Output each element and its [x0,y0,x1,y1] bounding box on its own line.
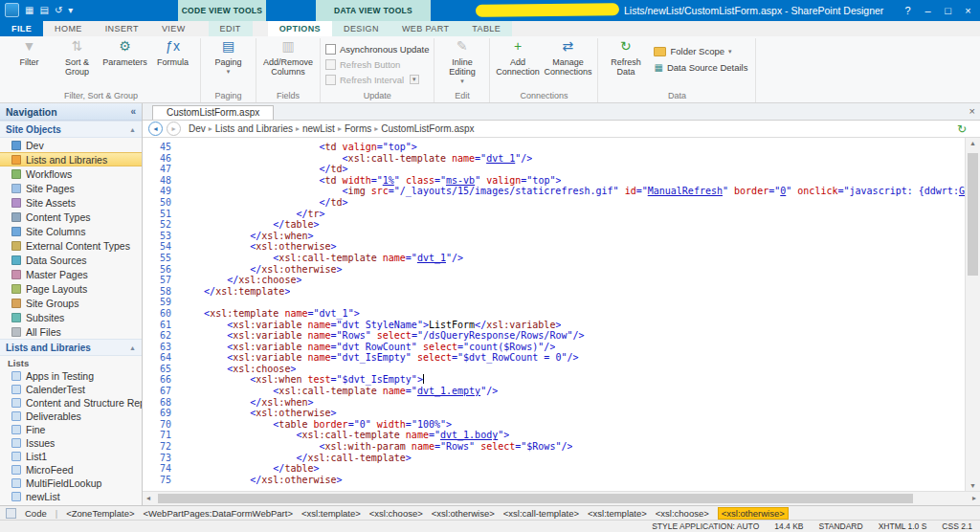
code-line[interactable]: 51 </tr> [143,209,965,220]
refresh-data-button[interactable]: ↻ Refresh Data [603,39,648,77]
back-button[interactable]: ◂ [148,122,163,136]
code-line[interactable]: 54 <xsl:otherwise> [143,241,965,253]
undo-icon[interactable]: ↺ [55,4,62,17]
vertical-scrollbar[interactable]: ▲ ▼ [965,138,980,491]
tab-table[interactable]: TABLE [460,21,512,36]
code-line[interactable]: 56 </xsl:otherwise> [143,264,965,276]
list-item-microfeed[interactable]: MicroFeed [0,463,142,477]
code-line[interactable]: 71 <xsl:call-template name="dvt_1.body"> [143,430,965,441]
sidebar-item-data-sources[interactable]: Data Sources [0,253,142,267]
parameters-button[interactable]: ⚙ Parameters [102,39,147,67]
code-line[interactable]: 63 <xsl:variable name="dvt_RowCount" sel… [143,342,965,353]
sidebar-item-site-columns[interactable]: Site Columns [0,224,142,238]
list-item-apps-in-testing[interactable]: Apps in Testing [0,369,142,383]
sidebar-item-page-layouts[interactable]: Page Layouts [0,281,142,296]
folder-scope-button[interactable]: Folder Scope ▾ [651,44,734,58]
code-line[interactable]: 50 </td> [143,197,965,209]
code-line[interactable]: 61 <xsl:variable name="dvt_StyleName">Li… [143,320,965,331]
breadcrumb-item[interactable]: Lists and Libraries [215,123,293,134]
navigation-pane-header[interactable]: Navigation « [0,103,142,121]
code-editor[interactable]: 45 <td valign="top">46 <xsl:call-templat… [143,138,965,491]
sidebar-item-site-groups[interactable]: Site Groups [0,296,142,310]
tab-options[interactable]: OPTIONS [268,21,332,36]
list-item-content-and-structure-reports[interactable]: Content and Structure Reports [0,396,142,410]
asynchronous-update-checkbox[interactable]: Asynchronous Update [325,42,429,55]
code-line[interactable]: 59 [143,297,965,308]
list-item-list1[interactable]: List1 [0,450,142,463]
refresh-page-icon[interactable]: ↻ [957,122,974,136]
scroll-right-icon[interactable]: ▸ [972,494,976,502]
dropdown-arrow-icon[interactable]: ▾ [410,75,419,84]
breadcrumb-item[interactable]: Forms [345,123,371,134]
paging-button[interactable]: ▤ Paging ▾ [206,39,251,77]
tab-insert[interactable]: INSERT [94,21,150,36]
tag-breadcrumb-item[interactable]: <xsl:choose> [369,508,423,519]
code-line[interactable]: 52 </table> [143,219,965,231]
code-line[interactable]: 60 <xsl:template name="dvt_1"> [143,308,965,320]
code-line[interactable]: 58 </xsl:template> [143,286,965,298]
tag-breadcrumb-item[interactable]: <ZoneTemplate> [66,508,134,519]
save-icon[interactable]: ▦ [25,4,33,17]
tab-design[interactable]: DESIGN [332,21,390,36]
code-line[interactable]: 66 <xsl:when test="$dvt_IsEmpty"> [143,374,965,386]
site-objects-header[interactable]: Site Objects ▲ [0,121,142,138]
sidebar-item-all-files[interactable]: All Files [0,324,142,339]
tag-breadcrumb-item[interactable]: <xsl:template> [588,508,647,519]
scroll-up-icon[interactable]: ▲ [966,140,980,146]
tag-breadcrumb-item[interactable]: <xsl:otherwise> [432,508,495,519]
code-line[interactable]: 72 <xsl:with-param name="Rows" select="$… [143,441,965,453]
tab-file[interactable]: FILE [0,21,43,36]
sidebar-item-dev[interactable]: Dev [0,138,142,152]
collapse-pane-icon[interactable]: « [130,106,136,117]
vertical-scroll-thumb[interactable] [968,153,978,276]
code-line[interactable]: 75 </xsl:otherwise> [143,475,965,486]
chevron-up-icon[interactable]: ▲ [129,126,136,133]
chevron-up-icon[interactable]: ▲ [129,344,136,351]
code-line[interactable]: 55 <xsl:call-template name="dvt_1"/> [143,253,965,264]
tab-web-part[interactable]: WEB PART [390,21,460,36]
tab-view[interactable]: VIEW [150,21,197,36]
code-line[interactable]: 64 <xsl:variable name="dvt_IsEmpty" sele… [143,352,965,364]
add-remove-columns-button[interactable]: ▥ Add/Remove Columns [261,39,315,77]
sidebar-item-site-pages[interactable]: Site Pages [0,181,142,195]
sidebar-item-master-pages[interactable]: Master Pages [0,267,142,281]
list-item-issues[interactable]: Issues [0,436,142,450]
tag-breadcrumb-item[interactable]: <xsl:template> [301,508,361,519]
code-line[interactable]: 68 </xsl:when> [143,397,965,409]
tag-breadcrumb-item[interactable]: <xsl:call-template> [503,508,579,519]
code-line[interactable]: 62 <xsl:variable name="Rows" select="/ds… [143,330,965,342]
code-line[interactable]: 49 <img src="/_layouts/15/images/staticr… [143,186,965,197]
view-mode-label[interactable]: Code [25,508,47,519]
filter-button[interactable]: ▼ Filter [7,39,52,67]
code-line[interactable]: 65 <xsl:choose> [143,364,965,375]
formula-button[interactable]: ƒx Formula [150,39,195,67]
code-line[interactable]: 67 <xsl:call-template name="dvt_1.empty"… [143,386,965,397]
forward-button[interactable]: ▸ [167,122,181,136]
preview-icon[interactable]: ▤ [39,4,48,17]
breadcrumb-item[interactable]: CustomListForm.aspx [381,123,474,134]
code-line[interactable]: 46 <xsl:call-template name="dvt_1"/> [143,153,965,165]
code-line[interactable]: 47 </td> [143,164,965,175]
sidebar-item-external-content-types[interactable]: External Content Types [0,238,142,253]
code-line[interactable]: 57 </xsl:choose> [143,275,965,286]
refresh-interval-checkbox[interactable]: Refresh Interval ▾ [325,73,419,86]
scroll-down-icon[interactable]: ▼ [966,482,980,489]
list-item-deliverables[interactable]: Deliverables [0,410,142,423]
list-item-multifieldlookup[interactable]: MultiFieldLookup [0,477,142,490]
code-line[interactable]: 69 <xsl:otherwise> [143,408,965,419]
code-line[interactable]: 53 </xsl:when> [143,231,965,242]
inline-editing-button[interactable]: ✎ Inline Editing ▾ [439,39,484,86]
tag-breadcrumb-item[interactable]: <xsl:choose> [656,508,709,519]
code-line[interactable]: 48 <td width="1%" class="ms-vb" valign="… [143,175,965,187]
horizontal-scroll-thumb[interactable] [158,494,913,503]
code-line[interactable]: 70 <table border="0" width="100%"> [143,419,965,431]
tag-breadcrumb-item[interactable]: <WebPartPages:DataFormWebPart> [143,508,292,519]
sort-group-button[interactable]: ⇅ Sort & Group [55,39,100,77]
tab-edit[interactable]: EDIT [209,21,253,36]
data-view-tools-group-label[interactable]: DATA VIEW TOOLS [316,0,431,21]
sidebar-item-subsites[interactable]: Subsites [0,310,142,324]
tag-breadcrumb-item[interactable]: <xsl:otherwise> [718,507,789,520]
add-connection-button[interactable]: + Add Connection [495,39,540,77]
lists-and-libraries-header[interactable]: Lists and Libraries ▲ [0,339,142,356]
app-icon[interactable] [5,3,19,17]
